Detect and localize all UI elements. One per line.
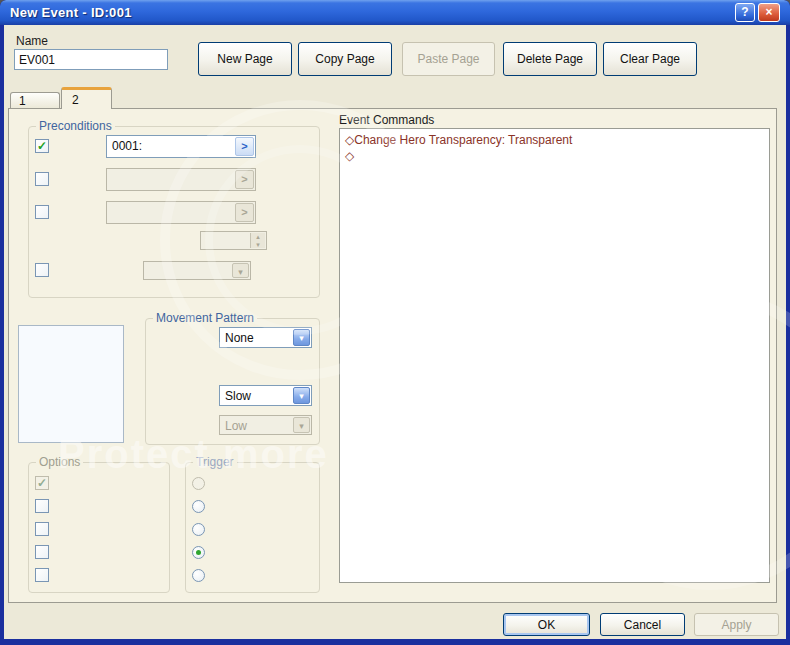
check-icon: ✓ bbox=[37, 477, 48, 489]
tab-page-1[interactable]: 1 bbox=[10, 92, 60, 108]
ok-button[interactable]: OK bbox=[503, 613, 590, 636]
new-event-dialog: New Event - ID:001 ? × Name New Page Cop… bbox=[0, 0, 790, 645]
variable-checkbox[interactable]: ✓ bbox=[35, 205, 49, 219]
chevron-down-icon[interactable]: ▾ bbox=[293, 329, 310, 346]
check-icon: ✓ bbox=[37, 140, 48, 152]
variable-browse-icon: > bbox=[235, 203, 254, 222]
graphic-preview-box[interactable] bbox=[18, 325, 124, 443]
event-commands-list[interactable]: ◇Change Hero Transparency: Transparent ◇ bbox=[339, 128, 770, 583]
spinner-down-icon: ▾ bbox=[256, 241, 260, 249]
switch2-selector: > bbox=[106, 168, 256, 191]
switch1-checkbox[interactable]: ✓ bbox=[35, 139, 49, 153]
switch1-value: 0001: bbox=[112, 139, 142, 153]
chevron-down-icon: ▾ bbox=[293, 417, 310, 433]
auto-start-radio[interactable] bbox=[192, 546, 205, 559]
move-animation-checkbox[interactable]: ✓ bbox=[35, 499, 49, 513]
copy-page-button[interactable]: Copy Page bbox=[298, 42, 392, 76]
name-label: Name bbox=[16, 34, 48, 48]
chevron-down-icon[interactable]: ▾ bbox=[293, 387, 310, 404]
cancel-button[interactable]: Cancel bbox=[600, 613, 685, 636]
delete-page-button[interactable]: Delete Page bbox=[503, 42, 597, 76]
parallel-process-radio[interactable] bbox=[192, 569, 205, 582]
event-commands-label: Event Commands bbox=[339, 113, 434, 127]
speed-combo[interactable]: Slow ▾ bbox=[219, 385, 312, 406]
preconditions-caption: Preconditions bbox=[36, 119, 115, 133]
trigger-group bbox=[185, 462, 320, 593]
options-caption: Options bbox=[36, 455, 83, 469]
close-icon[interactable]: × bbox=[758, 3, 780, 22]
type-value: None bbox=[225, 331, 254, 345]
new-page-button[interactable]: New Page bbox=[198, 42, 292, 76]
always-on-top-checkbox[interactable]: ✓ bbox=[35, 568, 49, 582]
lock-facing-checkbox[interactable]: ✓ bbox=[35, 522, 49, 536]
name-input[interactable] bbox=[14, 49, 168, 70]
movement-pattern-caption: Movement Pattern bbox=[153, 311, 257, 325]
local-switch-checkbox[interactable]: ✓ bbox=[35, 263, 49, 277]
action-key-radio bbox=[192, 477, 205, 490]
clear-page-button[interactable]: Clear Page bbox=[603, 42, 697, 76]
chevron-down-icon: ▾ bbox=[232, 263, 249, 278]
switch2-checkbox[interactable]: ✓ bbox=[35, 172, 49, 186]
collision-radio[interactable] bbox=[192, 523, 205, 536]
apply-button: Apply bbox=[694, 613, 779, 636]
switch2-browse-icon: > bbox=[235, 170, 254, 189]
frequency-value: Low bbox=[225, 419, 247, 433]
paste-page-button: Paste Page bbox=[402, 42, 495, 76]
frequency-combo: Low ▾ bbox=[219, 415, 312, 435]
window-title: New Event - ID:001 bbox=[10, 5, 132, 20]
help-icon[interactable]: ? bbox=[735, 3, 755, 22]
options-group bbox=[28, 462, 170, 593]
event-command-line[interactable]: ◇ bbox=[345, 148, 764, 164]
spinner-arrows: ▴▾ bbox=[250, 233, 265, 248]
type-combo[interactable]: None ▾ bbox=[219, 327, 312, 348]
hero-touch-radio[interactable] bbox=[192, 500, 205, 513]
event-command-line[interactable]: ◇Change Hero Transparency: Transparent bbox=[345, 132, 764, 148]
switch1-selector[interactable]: 0001: > bbox=[106, 135, 256, 158]
local-switch-combo: ▾ bbox=[143, 261, 251, 280]
trigger-caption: Trigger bbox=[193, 455, 237, 469]
variable-selector: > bbox=[106, 201, 256, 224]
spinner-up-icon: ▴ bbox=[256, 233, 260, 241]
speed-value: Slow bbox=[225, 389, 251, 403]
comparison-spinner: ▴▾ bbox=[200, 231, 267, 250]
tab-page-2[interactable]: 2 bbox=[61, 87, 112, 109]
switch1-browse-icon[interactable]: > bbox=[235, 137, 254, 156]
title-bar: New Event - ID:001 ? × bbox=[0, 0, 790, 25]
no-animation-checkbox: ✓ bbox=[35, 476, 49, 490]
phasing-checkbox[interactable]: ✓ bbox=[35, 545, 49, 559]
